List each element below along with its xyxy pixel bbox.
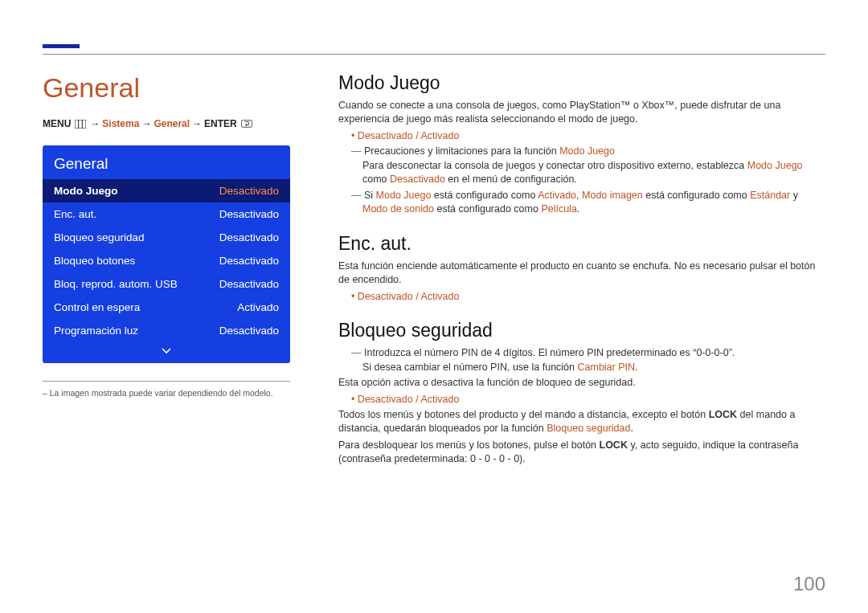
osd-rows: Modo JuegoDesactivadoEnc. aut.Desactivad… — [43, 179, 290, 342]
osd-row[interactable]: Bloqueo seguridadDesactivado — [43, 226, 290, 249]
osd-row[interactable]: Modo JuegoDesactivado — [43, 179, 290, 202]
section-title-general: General — [43, 72, 290, 104]
svg-rect-0 — [75, 120, 86, 129]
osd-row-value: Desactivado — [219, 255, 279, 267]
enc-aut-intro: Esta función enciende automáticamente el… — [338, 260, 825, 287]
right-column: Modo Juego Cuando se conecte a una conso… — [316, 72, 825, 573]
heading-bloqueo-seguridad: Bloqueo seguridad — [338, 320, 825, 341]
enter-icon — [241, 120, 252, 129]
osd-row[interactable]: Programación luzDesactivado — [43, 319, 290, 342]
osd-row-value: Desactivado — [219, 278, 279, 290]
bloqueo-pin-note: Introduzca el número PIN de 4 dígitos. E… — [362, 346, 825, 374]
page-number: 100 — [793, 573, 825, 595]
heading-enc-aut: Enc. aut. — [338, 233, 825, 255]
option-sep: / — [413, 291, 421, 302]
option-off: Desactivado — [358, 130, 413, 141]
arrow-icon: → — [192, 118, 202, 129]
page-content: General MENU → Sistema → General → ENTER… — [43, 72, 825, 573]
osd-row-label: Programación luz — [54, 325, 138, 337]
osd-row-label: Bloqueo botones — [54, 255, 135, 267]
option-sep: / — [413, 394, 421, 405]
bloqueo-desc: Esta opción activa o desactiva la funció… — [338, 376, 825, 390]
osd-row-value: Desactivado — [219, 208, 279, 220]
separator — [43, 381, 290, 382]
osd-row[interactable]: Control en esperaActivado — [43, 296, 290, 319]
option-off: Desactivado — [358, 291, 413, 302]
option-off: Desactivado — [358, 394, 413, 405]
left-column: General MENU → Sistema → General → ENTER… — [43, 72, 316, 573]
osd-more-indicator[interactable] — [43, 342, 290, 360]
osd-row-value: Desactivado — [219, 231, 279, 243]
menu-path: MENU → Sistema → General → ENTER — [43, 118, 290, 129]
osd-panel: General Modo JuegoDesactivadoEnc. aut.De… — [43, 145, 290, 363]
bloqueo-lock-note: Todos los menús y botones del producto y… — [338, 408, 825, 435]
modo-juego-intro: Cuando se conecte a una consola de juego… — [338, 99, 825, 126]
option-on: Activado — [420, 394, 459, 405]
menu-grid-icon — [75, 120, 86, 129]
osd-row-label: Bloq. reprod. autom. USB — [54, 278, 178, 290]
chevron-down-icon — [162, 348, 171, 354]
menu-path-menu: MENU — [43, 118, 71, 129]
osd-row-label: Enc. aut. — [54, 208, 96, 220]
osd-row[interactable]: Bloqueo botonesDesactivado — [43, 249, 290, 272]
arrow-icon: → — [141, 118, 151, 129]
enc-aut-options: Desactivado / Activado — [361, 290, 825, 304]
osd-row-label: Control en espera — [54, 301, 140, 313]
menu-path-general: General — [154, 118, 190, 129]
osd-row[interactable]: Enc. aut.Desactivado — [43, 202, 290, 226]
osd-row-value: Desactivado — [219, 185, 279, 197]
heading-modo-juego: Modo Juego — [338, 72, 825, 94]
osd-row-value: Activado — [237, 301, 279, 313]
osd-row-value: Desactivado — [219, 325, 279, 337]
option-sep: / — [413, 130, 421, 141]
modo-juego-note2: Si Modo Juego está configurado como Acti… — [362, 189, 825, 217]
menu-path-sistema: Sistema — [102, 118, 139, 129]
osd-row-label: Modo Juego — [54, 185, 118, 197]
option-on: Activado — [420, 130, 459, 141]
osd-title: General — [43, 153, 290, 179]
osd-row[interactable]: Bloq. reprod. autom. USBDesactivado — [43, 272, 290, 296]
modo-juego-options: Desactivado / Activado — [361, 129, 825, 144]
osd-row-label: Bloqueo seguridad — [54, 231, 145, 243]
bloqueo-unlock-note: Para desbloquear los menús y los botones… — [338, 439, 825, 466]
top-accent-bar — [43, 44, 80, 48]
option-on: Activado — [420, 291, 459, 302]
arrow-icon: → — [90, 118, 100, 129]
bloqueo-options: Desactivado / Activado — [361, 393, 825, 407]
menu-path-enter: ENTER — [204, 118, 237, 129]
top-horizontal-rule — [43, 54, 825, 55]
modo-juego-precautions: Precauciones y limitaciones para la func… — [362, 145, 825, 187]
image-variation-note: – La imagen mostrada puede variar depend… — [43, 388, 290, 398]
